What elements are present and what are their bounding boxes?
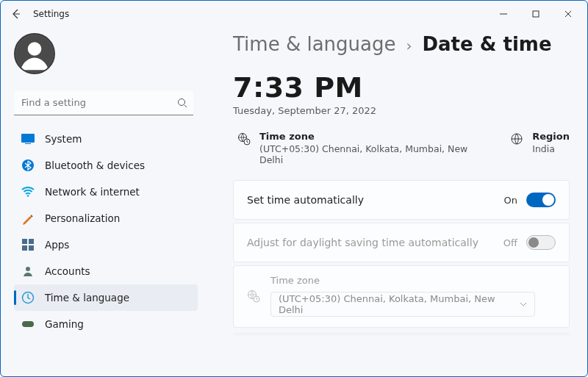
paint-icon <box>21 212 35 225</box>
timezone-select-value: (UTC+05:30) Chennai, Kolkata, Mumbai, Ne… <box>279 293 512 315</box>
maximize-icon <box>532 10 539 18</box>
set-time-auto-toggle[interactable] <box>526 193 556 207</box>
minimize-button[interactable] <box>487 3 520 25</box>
globe-clock-icon <box>247 290 260 306</box>
dst-auto-toggle <box>526 235 556 250</box>
back-button[interactable] <box>4 1 29 26</box>
set-time-auto-label: Set time automatically <box>247 194 504 206</box>
timezone-label: Time zone <box>259 131 475 142</box>
maximize-button[interactable] <box>520 3 552 25</box>
svg-point-2 <box>28 42 42 56</box>
breadcrumb: Time & language › Date & time <box>233 33 570 55</box>
dst-auto-card: Adjust for daylight saving time automati… <box>233 223 570 262</box>
user-icon <box>15 33 54 74</box>
sidebar-item-label: Bluetooth & devices <box>45 159 145 171</box>
search-box[interactable] <box>14 90 193 115</box>
close-button[interactable] <box>552 3 584 25</box>
sidebar-item-label: Accounts <box>45 265 90 277</box>
globe-clock-icon <box>237 132 251 148</box>
sidebar-item-gaming[interactable]: Gaming <box>14 311 198 337</box>
accounts-icon <box>21 265 35 278</box>
sidebar-item-time-language[interactable]: Time & language <box>14 284 198 311</box>
dst-auto-label: Adjust for daylight saving time automati… <box>247 237 503 248</box>
nav: System Bluetooth & devices Network & int… <box>14 126 198 337</box>
main-content: Time & language › Date & time 7:33 PM Tu… <box>204 27 587 377</box>
page-title: Date & time <box>422 33 551 55</box>
clock-date: Tuesday, September 27, 2022 <box>233 105 570 116</box>
timezone-select-label: Time zone <box>270 275 556 286</box>
region-info: Region India <box>510 131 570 165</box>
apps-icon <box>21 238 35 251</box>
window-title: Settings <box>33 9 69 19</box>
search-input[interactable] <box>21 97 177 108</box>
system-icon <box>21 132 35 146</box>
set-time-auto-state: On <box>504 195 517 206</box>
breadcrumb-parent[interactable]: Time & language <box>233 33 395 55</box>
sidebar-item-accounts[interactable]: Accounts <box>14 258 198 284</box>
chevron-right-icon: › <box>406 37 412 54</box>
set-time-auto-card: Set time automatically On <box>233 180 570 220</box>
minimize-icon <box>500 10 507 18</box>
arrow-left-icon <box>10 8 22 20</box>
svg-rect-4 <box>21 134 35 143</box>
bluetooth-icon <box>21 159 35 172</box>
close-icon <box>564 10 572 18</box>
timezone-select-card: Time zone (UTC+05:30) Chennai, Kolkata, … <box>233 265 570 328</box>
sidebar-item-label: Personalization <box>45 212 120 224</box>
svg-rect-5 <box>25 143 31 144</box>
sidebar-item-personalization[interactable]: Personalization <box>14 205 198 231</box>
svg-rect-9 <box>29 239 34 244</box>
svg-rect-0 <box>533 11 539 17</box>
timezone-value: (UTC+05:30) Chennai, Kolkata, Mumbai, Ne… <box>259 143 475 165</box>
search-icon <box>177 98 187 108</box>
info-row: Time zone (UTC+05:30) Chennai, Kolkata, … <box>233 131 570 165</box>
sidebar-item-label: Network & internet <box>45 186 140 198</box>
timezone-select: (UTC+05:30) Chennai, Kolkata, Mumbai, Ne… <box>270 292 535 317</box>
svg-point-7 <box>27 195 29 197</box>
svg-rect-14 <box>22 321 34 327</box>
sidebar-item-network[interactable]: Network & internet <box>14 179 198 205</box>
svg-rect-8 <box>22 239 27 244</box>
dst-auto-state: Off <box>503 237 517 248</box>
titlebar: Settings <box>1 1 587 27</box>
globe-icon <box>510 132 523 148</box>
svg-point-3 <box>179 98 185 105</box>
settings-list: Set time automatically On Adjust for day… <box>233 180 570 335</box>
sidebar-item-system[interactable]: System <box>14 126 198 152</box>
sidebar-item-label: System <box>45 133 82 145</box>
svg-rect-11 <box>29 245 34 251</box>
wifi-icon <box>21 185 35 198</box>
sidebar-item-apps[interactable]: Apps <box>14 231 198 258</box>
timezone-info: Time zone (UTC+05:30) Chennai, Kolkata, … <box>237 131 475 165</box>
clock-time: 7:33 PM <box>233 71 570 104</box>
region-value: India <box>532 143 570 154</box>
avatar[interactable] <box>14 33 55 74</box>
sidebar-item-label: Gaming <box>45 318 84 330</box>
time-language-icon <box>21 291 35 304</box>
region-label: Region <box>532 131 570 142</box>
chevron-down-icon <box>520 299 527 310</box>
sidebar-item-bluetooth[interactable]: Bluetooth & devices <box>14 152 198 179</box>
sidebar-item-label: Apps <box>45 239 69 251</box>
sidebar-item-label: Time & language <box>45 292 129 304</box>
svg-rect-10 <box>22 245 27 251</box>
sidebar: System Bluetooth & devices Network & int… <box>1 27 204 377</box>
gaming-icon <box>21 317 35 331</box>
next-card-peek <box>233 333 570 335</box>
svg-point-12 <box>26 267 30 271</box>
